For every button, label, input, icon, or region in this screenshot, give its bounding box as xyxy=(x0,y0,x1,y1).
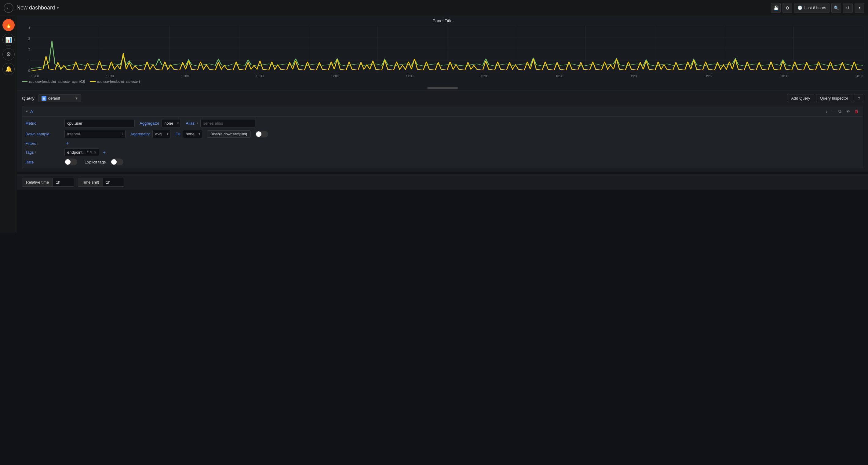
filters-row: Filters ℹ + xyxy=(25,141,860,146)
sidebar-item-datasource[interactable]: 🔥 xyxy=(2,19,15,31)
tags-row: Tags ℹ endpoint = * ✎ × + xyxy=(25,149,860,156)
interval-info-icon: ℹ xyxy=(122,132,123,136)
x-label-1500: 15:00 xyxy=(31,74,39,78)
x-label-1800: 18:00 xyxy=(481,74,488,78)
y-axis: 4 3 2 1 0 xyxy=(22,26,31,73)
filters-info-icon: ℹ xyxy=(37,142,38,146)
time-shift-label: Time shift xyxy=(78,178,103,187)
fill-select-wrapper: none nan null 0 xyxy=(183,130,202,138)
query-row-label: ▼ A xyxy=(25,109,33,114)
add-tag-button[interactable]: + xyxy=(101,150,107,155)
top-nav: ← New dashboard ▾ 💾 ⚙ 🕐 Last 6 hours 🔍 ↺… xyxy=(0,0,868,16)
datasource-select[interactable]: ▦ default ▾ xyxy=(38,94,81,102)
scrollbar-indicator[interactable] xyxy=(427,87,458,89)
query-row-a: ▼ A ↓ ↑ ⧉ 👁 🗑 Metric xyxy=(22,106,863,168)
x-label-1830: 18:30 xyxy=(556,74,563,78)
chart-panel: Panel Title 4 3 2 1 0 xyxy=(17,16,868,90)
x-label-1930: 19:30 xyxy=(706,74,713,78)
main-layout: 🔥 📊 ⚙ 🔔 Panel Title 4 3 2 1 0 xyxy=(0,16,868,232)
add-filter-button[interactable]: + xyxy=(64,141,70,146)
sidebar-item-alerts[interactable]: 🔔 xyxy=(2,63,15,75)
query-row-name: A xyxy=(30,109,33,114)
sidebar: 🔥 📊 ⚙ 🔔 xyxy=(0,16,17,232)
sidebar-item-settings[interactable]: ⚙ xyxy=(2,48,15,61)
chart-icon: 📊 xyxy=(5,36,12,43)
query-section: Query ▦ default ▾ Add Query Query Inspec… xyxy=(17,90,868,172)
aggregator-select[interactable]: none avg sum min max xyxy=(161,119,181,127)
tag-value: endpoint = * ✎ × xyxy=(64,149,99,156)
toggle-visibility-button[interactable]: 👁 xyxy=(844,108,851,115)
y-label-3: 3 xyxy=(22,37,31,40)
search-button[interactable]: 🔍 xyxy=(831,3,841,13)
datasource-name: default xyxy=(48,96,60,100)
chart-svg xyxy=(31,26,863,73)
fill-select-wrap: none nan null 0 xyxy=(183,130,202,138)
chart-wrapper: 4 3 2 1 0 xyxy=(22,26,863,74)
alias-input[interactable] xyxy=(200,119,255,127)
metric-input[interactable] xyxy=(64,119,135,127)
time-shift-group: Time shift xyxy=(78,178,124,187)
save-button[interactable]: 💾 xyxy=(771,3,781,13)
sidebar-item-chart[interactable]: 📊 xyxy=(2,34,15,46)
settings-button[interactable]: ⚙ xyxy=(782,3,792,13)
move-down-button[interactable]: ↓ xyxy=(824,108,829,115)
x-label-1900: 19:00 xyxy=(631,74,638,78)
query-row-header: ▼ A ↓ ↑ ⧉ 👁 🗑 xyxy=(22,106,863,117)
alias-info-icon: ℹ xyxy=(197,121,198,125)
add-query-button[interactable]: Add Query xyxy=(787,94,814,102)
help-button[interactable]: ? xyxy=(854,94,863,102)
tag-remove-button[interactable]: × xyxy=(94,150,96,155)
refresh-button[interactable]: ↺ xyxy=(843,3,853,13)
x-label-1700: 17:00 xyxy=(331,74,338,78)
panel-title: Panel Title xyxy=(22,18,863,23)
relative-time-input[interactable] xyxy=(53,178,74,187)
tags-info-icon: ℹ xyxy=(35,150,36,154)
y-label-4: 4 xyxy=(22,26,31,30)
tags-label: Tags ℹ xyxy=(25,150,62,155)
alias-label: Alias: ℹ xyxy=(186,121,198,126)
datasource-dropdown-arrow: ▾ xyxy=(75,96,78,100)
title-dropdown-arrow[interactable]: ▾ xyxy=(57,5,59,10)
collapse-arrow[interactable]: ▼ xyxy=(25,110,28,113)
legend-label-2: cpu.user{endpoint=stdtester} xyxy=(97,80,140,84)
downsample-row: Down sample ℹ Aggregator avg sum min max xyxy=(25,130,860,138)
back-button[interactable]: ← xyxy=(4,3,13,13)
bottom-section: Relative time Time shift xyxy=(17,174,868,190)
time-range-button[interactable]: 🕐 Last 6 hours xyxy=(794,3,830,13)
x-axis: 15:00 15:30 16:00 16:30 17:00 17:30 18:0… xyxy=(22,74,863,79)
y-label-0: 0 xyxy=(22,69,31,72)
query-fields: Metric Aggregator none avg sum min max xyxy=(22,117,863,168)
query-header-left: Query ▦ default ▾ xyxy=(22,94,81,102)
tag-text: endpoint = * xyxy=(67,150,89,155)
refresh-dropdown-button[interactable]: ▾ xyxy=(855,3,864,13)
move-up-button[interactable]: ↑ xyxy=(831,108,835,115)
x-label-2000: 20:00 xyxy=(781,74,788,78)
gear-icon: ⚙ xyxy=(6,51,11,58)
explicit-tags-toggle[interactable] xyxy=(111,159,123,165)
filters-label: Filters ℹ xyxy=(25,141,62,146)
tag-edit-button[interactable]: ✎ xyxy=(90,150,93,155)
query-header-right: Add Query Query Inspector ? xyxy=(787,94,863,102)
legend-item-1: cpu.user{endpoint=stdtester-agent02} xyxy=(22,80,85,84)
rate-label: Rate xyxy=(25,160,62,164)
downsample-toggle[interactable] xyxy=(255,131,268,137)
time-range-label: Last 6 hours xyxy=(804,5,826,10)
scrollbar-area xyxy=(22,87,863,89)
disable-downsampling-button[interactable]: Disable downsampling xyxy=(207,130,250,138)
query-label: Query xyxy=(22,96,34,101)
delete-button[interactable]: 🗑 xyxy=(853,108,860,115)
interval-input[interactable] xyxy=(67,132,120,136)
y-label-1: 1 xyxy=(22,58,31,62)
legend-item-2: cpu.user{endpoint=stdtester} xyxy=(90,80,140,84)
time-shift-input[interactable] xyxy=(103,178,124,187)
duplicate-button[interactable]: ⧉ xyxy=(837,108,843,115)
fill-select[interactable]: none nan null 0 xyxy=(183,130,202,138)
ds-aggregator-label: Aggregator xyxy=(130,132,150,136)
aggregator-select-wrapper: none avg sum min max xyxy=(161,119,181,127)
ds-aggregator-select-wrapper: avg sum min max xyxy=(152,130,170,138)
x-label-1630: 16:30 xyxy=(256,74,264,78)
ds-aggregator-select[interactable]: avg sum min max xyxy=(152,130,170,138)
rate-toggle[interactable] xyxy=(64,159,77,165)
query-inspector-button[interactable]: Query Inspector xyxy=(816,94,852,102)
aggregator-label: Aggregator xyxy=(140,121,159,126)
